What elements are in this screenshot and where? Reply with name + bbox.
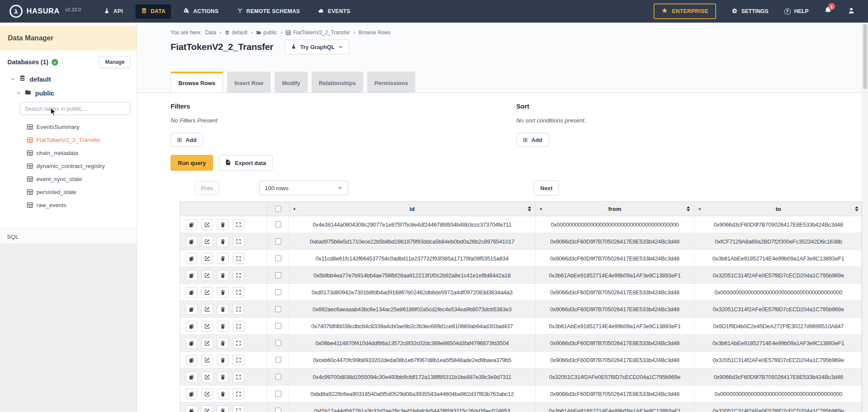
row-checkbox[interactable]	[275, 221, 281, 227]
select-all-checkbox[interactable]	[275, 206, 281, 212]
edit-row-button[interactable]	[201, 253, 213, 264]
row-checkbox[interactable]	[275, 374, 281, 380]
clone-row-button[interactable]	[186, 338, 197, 349]
row-checkbox[interactable]	[275, 391, 281, 397]
chevron-down-icon[interactable]	[10, 77, 15, 82]
clone-row-button[interactable]	[186, 287, 197, 298]
expand-row-button[interactable]	[233, 219, 244, 230]
expand-row-button[interactable]	[233, 372, 244, 382]
sort-toggle-icon[interactable]	[687, 206, 690, 211]
breadcrumb-table[interactable]: FiatTokenV2_2_Transfer	[286, 30, 350, 36]
nav-item-actions[interactable]: ACTIONS	[178, 4, 224, 19]
help-button[interactable]: ? HELP	[784, 8, 809, 15]
delete-row-button[interactable]	[217, 338, 229, 349]
row-checkbox[interactable]	[275, 306, 281, 312]
expand-row-button[interactable]	[233, 304, 244, 315]
edit-row-button[interactable]	[201, 372, 213, 382]
delete-row-button[interactable]	[217, 236, 229, 247]
breadcrumb-data[interactable]: Data	[205, 30, 216, 36]
add-sort-button[interactable]: ⊞ Add	[516, 133, 549, 147]
delete-row-button[interactable]	[217, 389, 229, 399]
clone-row-button[interactable]	[186, 389, 197, 399]
next-page-button[interactable]: Next	[534, 181, 559, 195]
sidebar-item-sql[interactable]: SQL	[0, 229, 137, 244]
collapse-column-icon[interactable]: ◂	[293, 207, 295, 211]
sidebar-item-public-schema[interactable]: public	[16, 89, 137, 97]
collapse-column-icon[interactable]: ◂	[539, 207, 542, 211]
breadcrumb-browse-rows[interactable]: Browse Rows	[358, 30, 390, 36]
breadcrumb-default[interactable]: default	[225, 30, 247, 36]
notifications-bell[interactable]: 1	[824, 7, 832, 16]
row-checkbox[interactable]	[275, 357, 281, 363]
rows-per-page-select[interactable]: 100 rows	[259, 181, 348, 195]
row-checkbox[interactable]	[275, 408, 281, 412]
sidebar-item-table-chain-metadata[interactable]: chain_metadata	[0, 146, 137, 159]
sidebar-item-table-dynamic-contract-registry[interactable]: dynamic_contract_registry	[0, 159, 137, 172]
row-checkbox[interactable]	[275, 323, 281, 329]
sort-toggle-icon[interactable]	[855, 206, 858, 211]
sidebar-item-table-event-sync-state[interactable]: event_sync_state	[0, 172, 137, 185]
clone-row-button[interactable]	[186, 270, 197, 281]
run-query-button[interactable]: Run query	[171, 155, 213, 171]
user-menu[interactable]	[848, 7, 855, 16]
clone-row-button[interactable]	[186, 372, 197, 382]
expand-row-button[interactable]	[233, 236, 244, 247]
clone-row-button[interactable]	[186, 405, 197, 412]
nav-item-events[interactable]: EVENTS	[312, 4, 356, 19]
nav-item-remote-schemas[interactable]: REMOTE SCHEMAS	[231, 4, 306, 19]
row-checkbox[interactable]	[275, 255, 281, 261]
tab-permissions[interactable]: Permissions	[367, 72, 415, 92]
edit-row-button[interactable]	[201, 219, 213, 230]
delete-row-button[interactable]	[217, 372, 229, 382]
row-checkbox[interactable]	[275, 289, 281, 295]
sidebar-item-table-eventssummary[interactable]: EventsSummary	[0, 120, 137, 133]
search-tables-input[interactable]	[20, 102, 131, 115]
breadcrumb-public[interactable]: public	[256, 30, 277, 36]
expand-row-button[interactable]	[233, 389, 244, 399]
expand-row-button[interactable]	[233, 253, 244, 264]
edit-row-button[interactable]	[201, 389, 213, 399]
edit-row-button[interactable]	[201, 405, 213, 412]
sidebar-item-default-db[interactable]: default	[10, 75, 137, 83]
edit-row-button[interactable]	[201, 355, 213, 366]
sidebar-item-table-raw-events[interactable]: raw_events	[0, 198, 137, 211]
row-checkbox[interactable]	[275, 238, 281, 244]
manage-button[interactable]: Manage	[99, 56, 131, 68]
clone-row-button[interactable]	[186, 355, 197, 366]
sidebar-item-table-fiattokenv2-2-transfer[interactable]: FiatTokenV2_2_Transfer	[0, 133, 137, 146]
row-checkbox[interactable]	[275, 340, 281, 346]
tab-insert-row[interactable]: Insert Row	[227, 72, 270, 92]
expand-row-button[interactable]	[233, 338, 244, 349]
clone-row-button[interactable]	[186, 219, 197, 230]
expand-row-button[interactable]	[233, 270, 244, 281]
enterprise-button[interactable]: ENTERPRISE	[654, 3, 716, 19]
sort-toggle-icon[interactable]	[528, 206, 531, 211]
clone-row-button[interactable]	[186, 236, 197, 247]
prev-page-button[interactable]: Prev	[195, 181, 219, 195]
edit-row-button[interactable]	[201, 321, 213, 332]
tab-relationships[interactable]: Relationships	[312, 72, 363, 92]
delete-row-button[interactable]	[217, 270, 229, 281]
clone-row-button[interactable]	[186, 253, 197, 264]
edit-row-button[interactable]	[201, 287, 213, 298]
collapse-column-icon[interactable]: ◂	[698, 207, 700, 211]
settings-button[interactable]: SETTINGS	[732, 8, 769, 15]
nav-item-api[interactable]: API	[98, 4, 128, 19]
expand-row-button[interactable]	[233, 405, 244, 412]
delete-row-button[interactable]	[217, 405, 229, 412]
edit-row-button[interactable]	[201, 236, 213, 247]
hasura-logo[interactable]: λ HASURA v2.23.0	[10, 5, 81, 18]
expand-row-button[interactable]	[233, 287, 244, 298]
clone-row-button[interactable]	[186, 304, 197, 315]
nav-item-data[interactable]: DATA	[135, 4, 171, 19]
row-checkbox[interactable]	[275, 272, 281, 278]
delete-row-button[interactable]	[217, 321, 229, 332]
add-filter-button[interactable]: ⊞ Add	[171, 133, 203, 147]
expand-row-button[interactable]	[233, 321, 244, 332]
delete-row-button[interactable]	[217, 355, 229, 366]
export-data-button[interactable]: Export data	[219, 155, 273, 171]
expand-row-button[interactable]	[233, 355, 244, 366]
tab-modify[interactable]: Modify	[275, 72, 308, 92]
clone-row-button[interactable]	[186, 321, 197, 332]
edit-row-button[interactable]	[201, 338, 213, 349]
